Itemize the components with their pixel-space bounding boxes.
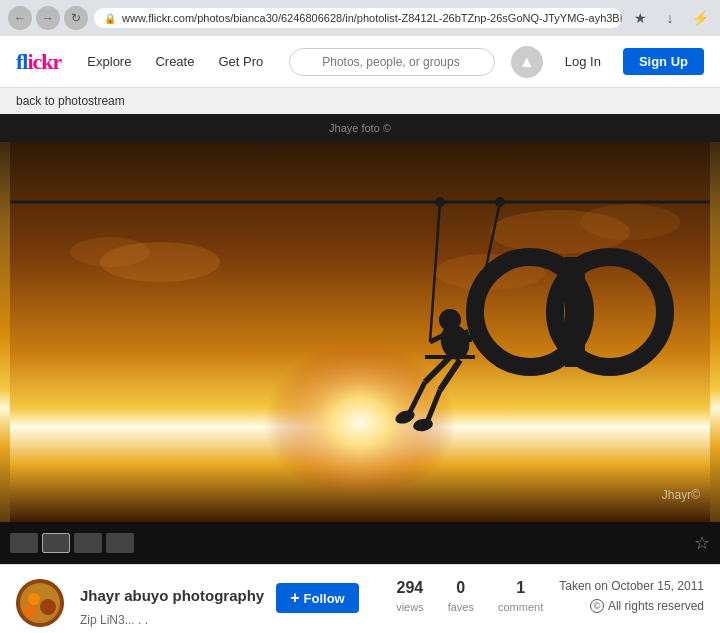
nav-explore[interactable]: Explore [77, 48, 141, 75]
url-text: www.flickr.com/photos/bianca30/624680662… [122, 12, 622, 24]
favorite-button[interactable]: ☆ [694, 532, 710, 554]
faves-value: 0 [448, 579, 474, 597]
user-info-block: Jhayr abuyo photography + Follow Zip LiN… [80, 579, 380, 627]
browser-nav-buttons: ← → ↻ [8, 6, 88, 30]
header-actions: ▲ Log In Sign Up [511, 46, 704, 78]
photo-info: Jhayr abuyo photography + Follow Zip LiN… [0, 564, 720, 633]
user-avatar [16, 579, 64, 627]
photo-bottom-bar: ☆ [0, 522, 720, 564]
search-input[interactable] [289, 48, 494, 76]
svg-point-28 [28, 593, 40, 605]
extensions-icon[interactable]: ⚡ [688, 6, 712, 30]
flickr-logo[interactable]: flickr [16, 49, 61, 75]
header-search: 🔍 [289, 48, 494, 76]
browser-toolbar: ← → ↻ 🔒 www.flickr.com/photos/bianca30/6… [0, 0, 720, 36]
rights-label: All rights reserved [608, 599, 704, 613]
signup-button[interactable]: Sign Up [623, 48, 704, 75]
svg-point-25 [495, 197, 505, 207]
svg-point-30 [23, 604, 37, 618]
copyright-icon: © [590, 599, 604, 613]
header-nav: Explore Create Get Pro [77, 48, 273, 75]
follow-label: Follow [304, 591, 345, 606]
stat-views: 294 views [396, 579, 424, 615]
browser-chrome: ← → ↻ 🔒 www.flickr.com/photos/bianca30/6… [0, 0, 720, 36]
plus-icon: + [290, 589, 299, 607]
address-bar[interactable]: 🔒 www.flickr.com/photos/bianca30/6246806… [94, 8, 622, 28]
views-value: 294 [396, 579, 424, 597]
comments-label: comment [498, 601, 543, 613]
download-icon[interactable]: ↓ [658, 6, 682, 30]
stat-faves: 0 faves [448, 579, 474, 615]
thumb-1[interactable] [10, 533, 38, 553]
views-label: views [396, 601, 424, 613]
thumbnail-nav [10, 533, 134, 553]
svg-point-5 [580, 204, 680, 240]
search-wrapper: 🔍 [289, 48, 494, 76]
svg-point-14 [439, 309, 461, 331]
browser-actions: ★ ↓ ⚡ [628, 6, 712, 30]
photo-container: Jhaye foto © [0, 114, 720, 564]
photo-attribution: Jhaye foto © [0, 114, 720, 142]
photo-watermark: Jhayr© [662, 488, 700, 502]
meta-info: Taken on October 15, 2011 © All rights r… [559, 579, 704, 613]
star-icon[interactable]: ★ [628, 6, 652, 30]
back-button[interactable]: ← [8, 6, 32, 30]
login-button[interactable]: Log In [551, 48, 615, 75]
follow-button[interactable]: + Follow [276, 583, 359, 613]
user-subtitle: Zip LiN3... . . [80, 613, 380, 627]
svg-rect-10 [565, 257, 585, 367]
nav-create[interactable]: Create [145, 48, 204, 75]
thumb-3[interactable] [74, 533, 102, 553]
taken-on-label: Taken on October 15, 2011 [559, 579, 704, 593]
comments-value: 1 [498, 579, 543, 597]
nav-get-pro[interactable]: Get Pro [208, 48, 273, 75]
faves-label: faves [448, 601, 474, 613]
back-to-photostream-link[interactable]: back to photostream [0, 88, 720, 114]
stat-comments: 1 comment [498, 579, 543, 615]
user-name: Jhayr abuyo photography [80, 587, 264, 604]
upload-button[interactable]: ▲ [511, 46, 543, 78]
svg-point-29 [40, 599, 56, 615]
svg-point-24 [435, 197, 445, 207]
photo-stats: 294 views 0 faves 1 comment [396, 579, 543, 615]
forward-button[interactable]: → [36, 6, 60, 30]
thumb-4[interactable] [106, 533, 134, 553]
thumb-2[interactable] [42, 533, 70, 553]
photo-main: Jhayr© [0, 142, 720, 522]
flickr-header: flickr Explore Create Get Pro 🔍 ▲ Log In… [0, 36, 720, 88]
lock-icon: 🔒 [104, 13, 116, 24]
photo-svg [0, 142, 720, 522]
refresh-button[interactable]: ↻ [64, 6, 88, 30]
user-name-follow: Jhayr abuyo photography + Follow [80, 579, 380, 613]
svg-point-3 [70, 237, 150, 267]
rights-info: © All rights reserved [559, 599, 704, 613]
